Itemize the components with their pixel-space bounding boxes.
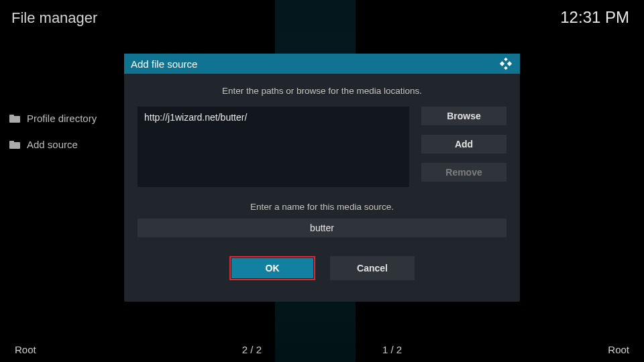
ok-button-highlight: OK: [229, 256, 315, 280]
browse-button[interactable]: Browse: [421, 107, 506, 125]
footer-left-label: Root: [15, 344, 36, 355]
sidebar-item-label: Add source: [27, 139, 78, 150]
cancel-button[interactable]: Cancel: [330, 256, 415, 280]
clock: 12:31 PM: [560, 8, 629, 27]
footer-counter-left: 2 / 2: [242, 344, 262, 355]
sidebar-item-label: Profile directory: [27, 113, 97, 124]
dialog-instruction-name: Enter a name for this media source.: [138, 202, 506, 212]
folder-icon: [9, 141, 20, 149]
name-input[interactable]: butter: [138, 219, 506, 237]
footer-counter-right: 1 / 2: [382, 344, 402, 355]
kodi-logo-icon: [498, 56, 513, 71]
dialog-titlebar: Add file source: [124, 54, 520, 74]
sidebar: Profile directory Add source: [9, 113, 97, 165]
add-button[interactable]: Add: [421, 135, 506, 154]
path-input-value: http://j1wizard.net/butter/: [144, 112, 247, 123]
remove-button: Remove: [421, 163, 506, 182]
path-input[interactable]: http://j1wizard.net/butter/: [138, 107, 409, 187]
folder-icon: [9, 115, 20, 123]
sidebar-item-profile-directory[interactable]: Profile directory: [9, 113, 97, 124]
add-file-source-dialog: Add file source Enter the paths or brows…: [124, 54, 520, 302]
footer: Root 2 / 2 1 / 2 Root: [0, 344, 644, 355]
name-input-value: butter: [310, 223, 334, 233]
dialog-instruction-paths: Enter the paths or browse for the media …: [138, 86, 506, 96]
page-title: File manager: [11, 9, 97, 27]
dialog-title: Add file source: [131, 58, 197, 70]
footer-right-label: Root: [608, 344, 629, 355]
sidebar-item-add-source[interactable]: Add source: [9, 139, 97, 150]
ok-button[interactable]: OK: [231, 258, 313, 278]
